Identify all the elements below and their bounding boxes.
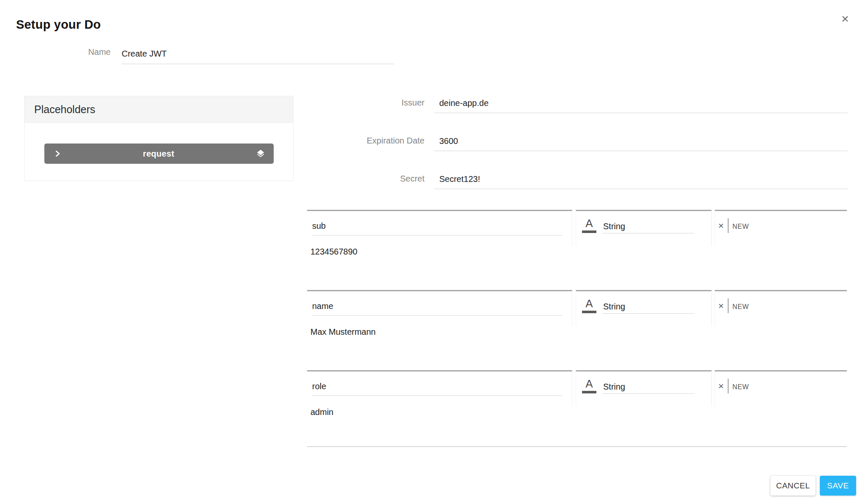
claims-bottom-divider bbox=[307, 446, 847, 447]
secret-input[interactable] bbox=[434, 170, 848, 189]
claim-value-input[interactable]: Max Mustermann bbox=[310, 327, 376, 337]
claim-type-cell: A String bbox=[576, 290, 712, 326]
expiration-date-input[interactable] bbox=[434, 132, 848, 151]
secret-field-row: Secret bbox=[0, 170, 865, 195]
format-text-icon: A bbox=[582, 211, 597, 236]
claim-type-select[interactable]: String bbox=[603, 382, 625, 392]
action-divider bbox=[728, 218, 729, 233]
remove-claim-icon[interactable]: ✕ bbox=[718, 222, 724, 230]
action-divider bbox=[728, 379, 729, 393]
expiration-date-field-row: Expiration Date bbox=[0, 132, 865, 157]
claim-key-cell bbox=[307, 370, 572, 406]
type-select-underline bbox=[602, 233, 694, 233]
page-title: Setup your Do bbox=[16, 18, 101, 32]
cancel-button[interactable]: CANCEL bbox=[770, 476, 816, 496]
claim-status-badge: NEW bbox=[732, 303, 749, 311]
claim-key-input[interactable] bbox=[312, 297, 562, 316]
format-text-icon: A bbox=[582, 291, 597, 317]
secret-label: Secret bbox=[296, 174, 424, 184]
claim-status-badge: NEW bbox=[732, 223, 749, 230]
claim-key-input[interactable] bbox=[312, 377, 562, 396]
claim-key-cell bbox=[307, 290, 572, 326]
claim-status-badge: NEW bbox=[732, 383, 749, 391]
close-icon[interactable]: ✕ bbox=[837, 11, 853, 27]
claim-action-cell: ✕ NEW bbox=[715, 370, 847, 406]
issuer-label: Issuer bbox=[296, 98, 424, 108]
save-button[interactable]: SAVE bbox=[820, 476, 856, 496]
claim-type-cell: A String bbox=[576, 210, 712, 246]
claim-row-sub: A String ✕ NEW 1234567890 bbox=[307, 210, 847, 290]
action-divider bbox=[728, 298, 729, 313]
claim-type-select[interactable]: String bbox=[603, 302, 625, 312]
name-input[interactable] bbox=[122, 44, 394, 64]
claim-key-cell bbox=[307, 210, 572, 246]
type-select-underline bbox=[602, 313, 694, 314]
claim-value-input[interactable]: 1234567890 bbox=[310, 247, 357, 257]
issuer-input[interactable] bbox=[434, 94, 848, 113]
setup-do-dialog: { "dialog": { "title": "Setup your Do" }… bbox=[0, 0, 865, 504]
claim-action-cell: ✕ NEW bbox=[715, 210, 847, 246]
claim-action-cell: ✕ NEW bbox=[715, 290, 847, 326]
claim-type-cell: A String bbox=[576, 370, 712, 406]
issuer-field-row: Issuer bbox=[0, 94, 865, 119]
remove-claim-icon[interactable]: ✕ bbox=[718, 383, 724, 390]
name-label: Name bbox=[26, 47, 111, 57]
claim-row-name: A String ✕ NEW Max Mustermann bbox=[307, 290, 847, 370]
claim-value-input[interactable]: admin bbox=[310, 407, 333, 417]
type-select-underline bbox=[602, 393, 694, 394]
claim-key-input[interactable] bbox=[312, 217, 562, 236]
remove-claim-icon[interactable]: ✕ bbox=[718, 303, 724, 310]
format-text-icon: A bbox=[582, 371, 597, 397]
claim-type-select[interactable]: String bbox=[603, 222, 625, 231]
claim-row-role: A String ✕ NEW admin bbox=[307, 370, 847, 450]
expiration-date-label: Expiration Date bbox=[296, 136, 424, 146]
